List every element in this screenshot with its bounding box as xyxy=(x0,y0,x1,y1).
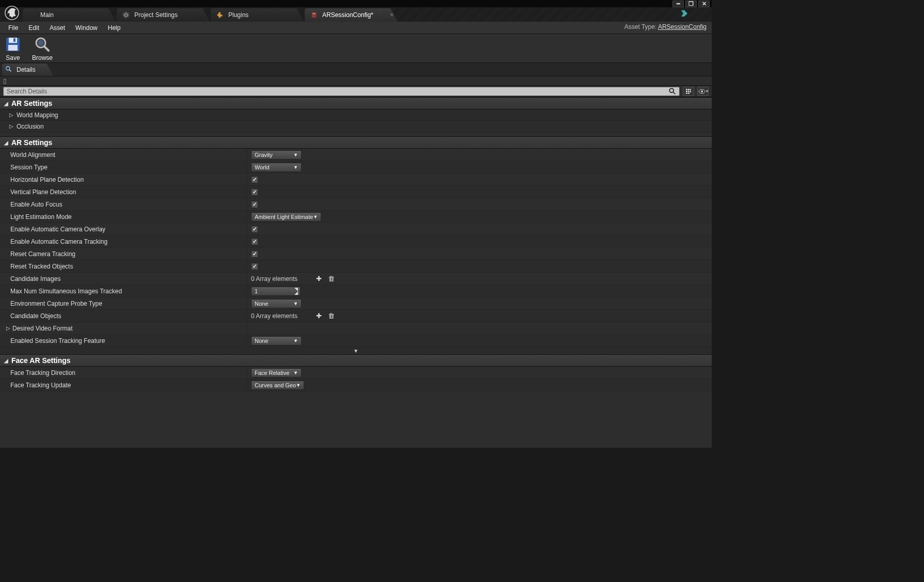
caret-down-icon: ◢ xyxy=(4,358,8,364)
dropdown-light-est[interactable]: Ambient Light Estimate▼ xyxy=(251,212,321,222)
checkbox-hpd[interactable]: ✓ xyxy=(251,176,258,183)
filter-icon[interactable]: ▯ xyxy=(3,77,7,85)
svg-rect-16 xyxy=(688,89,690,90)
tab-project-settings[interactable]: Project Settings xyxy=(117,8,210,22)
menu-file[interactable]: File xyxy=(3,22,23,34)
save-label: Save xyxy=(6,54,20,61)
dropdown-face-direction[interactable]: Face Relative▼ xyxy=(251,368,302,377)
checkbox-cam-tracking[interactable]: ✓ xyxy=(251,238,258,245)
expand-advanced-button[interactable]: ▼ xyxy=(0,347,712,354)
tab-main[interactable]: Main xyxy=(23,8,116,22)
array-clear-button[interactable]: 🗑 xyxy=(328,275,335,282)
array-count-text: 0 Array elements xyxy=(251,312,297,320)
svg-point-24 xyxy=(701,90,703,92)
svg-rect-7 xyxy=(8,45,18,51)
search-row: Search Details ▾ xyxy=(0,86,712,97)
window-maximize-button[interactable]: ❐ xyxy=(685,1,697,7)
unreal-logo-icon xyxy=(3,4,21,22)
menu-help[interactable]: Help xyxy=(103,22,126,34)
window-minimize-button[interactable]: ━ xyxy=(672,1,684,7)
gear-icon xyxy=(122,11,130,19)
label-cam-overlay: Enable Automatic Camera Overlay xyxy=(0,223,247,235)
row-label: Occlusion xyxy=(17,123,44,130)
tab-close-button[interactable]: × xyxy=(390,11,394,19)
browse-button[interactable]: Browse xyxy=(32,36,53,61)
section-ar-settings-2[interactable]: ◢ AR Settings xyxy=(0,136,712,149)
save-button[interactable]: Save xyxy=(4,36,22,61)
caret-down-icon: ◢ xyxy=(4,140,8,146)
checkbox-reset-tracked[interactable]: ✓ xyxy=(251,263,258,270)
section-face-ar[interactable]: ◢ Face AR Settings xyxy=(0,354,712,367)
property-matrix-button[interactable] xyxy=(683,87,694,96)
label-autofocus: Enable Auto Focus xyxy=(0,198,247,210)
checkbox-reset-cam[interactable]: ✓ xyxy=(251,250,258,258)
section-title: AR Settings xyxy=(11,138,52,147)
label-hpd: Horizontal Plane Detection xyxy=(0,174,247,185)
label-vpd: Vertical Plane Detection xyxy=(0,186,247,198)
array-add-button[interactable]: ✚ xyxy=(316,275,322,282)
label-cand-objects: Candidate Objects xyxy=(0,310,247,322)
array-add-button[interactable]: ✚ xyxy=(316,312,322,320)
level-icon xyxy=(28,11,36,19)
label-reset-cam: Reset Camera Tracking xyxy=(0,248,247,260)
spinner-max-tracked[interactable]: 1 ◥◢ xyxy=(251,287,301,296)
browse-label: Browse xyxy=(32,54,53,61)
svg-rect-3 xyxy=(312,13,315,14)
label-max-tracked: Max Num Simultaneous Images Tracked xyxy=(0,285,247,297)
checkbox-autofocus[interactable]: ✓ xyxy=(251,201,258,208)
label-env-probe: Environment Capture Probe Type xyxy=(0,297,247,309)
caret-right-icon: ▷ xyxy=(9,112,13,118)
label-session-type: Session Type xyxy=(0,161,247,173)
svg-rect-15 xyxy=(686,89,687,90)
view-options-button[interactable]: ▾ xyxy=(697,87,709,96)
svg-rect-18 xyxy=(686,91,687,92)
svg-line-12 xyxy=(9,70,11,72)
section-ar-settings-1[interactable]: ◢ AR Settings xyxy=(0,97,712,109)
svg-point-11 xyxy=(6,67,10,70)
tab-plugins[interactable]: Plugins xyxy=(211,8,304,22)
row-world-mapping[interactable]: ▷ World Mapping xyxy=(0,109,712,121)
svg-rect-20 xyxy=(690,91,691,92)
menu-asset[interactable]: Asset xyxy=(44,22,70,34)
asset-icon xyxy=(310,11,318,19)
svg-rect-19 xyxy=(688,91,690,92)
svg-point-9 xyxy=(38,40,44,46)
bookmark-icon[interactable] xyxy=(680,9,688,19)
os-titlebar: ━ ❐ ✕ xyxy=(0,0,712,7)
tab-arsessionconfig[interactable]: ARSessionConfig* × xyxy=(305,8,398,22)
label-cam-tracking: Enable Automatic Camera Tracking xyxy=(0,235,247,247)
caret-right-icon: ▷ xyxy=(6,325,10,331)
dropdown-face-update[interactable]: Curves and Geo▼ xyxy=(251,381,304,390)
menu-edit[interactable]: Edit xyxy=(23,22,44,34)
floppy-icon xyxy=(4,36,22,53)
section-title: AR Settings xyxy=(11,99,52,107)
tab-label: ARSessionConfig* xyxy=(322,11,373,19)
tab-label: Plugins xyxy=(228,11,248,19)
magnifier-icon xyxy=(34,36,51,53)
details-icon xyxy=(5,66,12,74)
checkbox-cam-overlay[interactable]: ✓ xyxy=(251,226,258,233)
dropdown-world-alignment[interactable]: Gravity▼ xyxy=(251,150,302,160)
array-clear-button[interactable]: 🗑 xyxy=(328,312,335,320)
menu-window[interactable]: Window xyxy=(70,22,103,34)
row-occlusion[interactable]: ▷ Occlusion xyxy=(0,121,712,132)
label-world-alignment: World Alignment xyxy=(0,149,247,161)
svg-rect-5 xyxy=(9,38,17,43)
svg-point-13 xyxy=(669,88,674,92)
search-icon xyxy=(668,87,677,96)
dropdown-tracking-feature[interactable]: None▼ xyxy=(251,336,302,345)
dropdown-session-type[interactable]: World▼ xyxy=(251,163,302,172)
checkbox-vpd[interactable]: ✓ xyxy=(251,188,258,196)
label-video-format[interactable]: ▷ Desired Video Format xyxy=(0,322,247,334)
details-content: ◢ AR Settings ▷ World Mapping ▷ Occlusio… xyxy=(0,97,712,448)
dropdown-env-probe[interactable]: None▼ xyxy=(251,299,302,308)
asset-type-label: Asset Type: ARSessionConfig xyxy=(624,23,707,30)
toolbar: Save Browse xyxy=(0,34,712,63)
svg-rect-22 xyxy=(688,93,690,94)
section-title: Face AR Settings xyxy=(11,356,71,365)
asset-type-link[interactable]: ARSessionConfig xyxy=(658,23,707,30)
details-tab[interactable]: Details xyxy=(2,64,53,76)
search-input[interactable]: Search Details xyxy=(3,87,680,96)
label-cand-images: Candidate Images xyxy=(0,273,247,285)
window-close-button[interactable]: ✕ xyxy=(698,1,710,7)
